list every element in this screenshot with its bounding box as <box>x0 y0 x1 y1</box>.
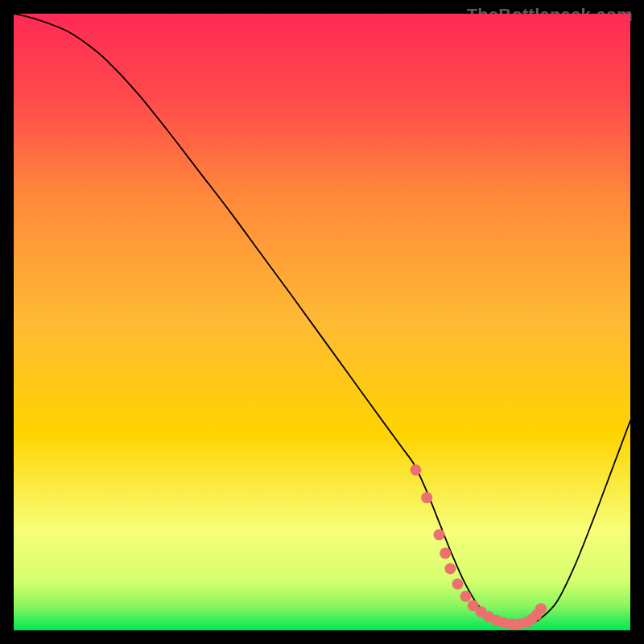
marker-point <box>421 492 432 503</box>
marker-point <box>410 464 421 476</box>
bottleneck-chart <box>14 14 630 630</box>
marker-point <box>434 529 445 540</box>
chart-background <box>14 14 630 630</box>
marker-point <box>460 591 471 602</box>
marker-point <box>440 547 451 559</box>
page-root: TheBottleneck.com <box>0 0 644 644</box>
marker-point <box>452 579 464 590</box>
marker-point <box>444 563 456 574</box>
marker-point <box>535 603 547 614</box>
chart-svg <box>14 14 630 630</box>
